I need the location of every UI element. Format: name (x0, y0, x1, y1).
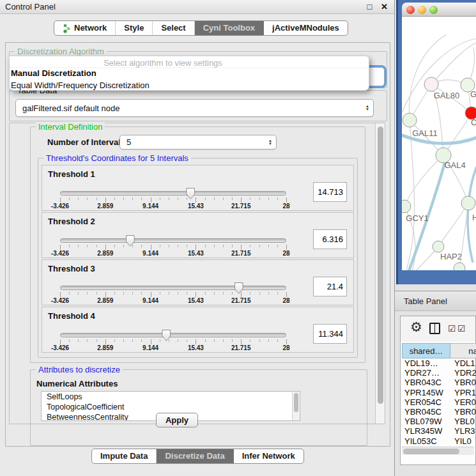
tick-mark (277, 197, 278, 200)
settings-scrollbar[interactable] (375, 123, 385, 424)
column-header-2[interactable]: na (450, 343, 476, 358)
tick-mark (205, 292, 206, 295)
table-data-combobox[interactable]: galFiltered.sif default node ▲▼ (15, 99, 374, 117)
table-cell: YER054C (402, 397, 450, 407)
num-intervals-combobox[interactable]: 5 ▲▼ (119, 135, 277, 150)
table-row[interactable]: YDL19…YDL1 (402, 358, 476, 368)
tick-mark (132, 197, 133, 200)
tab-discretize-data[interactable]: Discretize Data (157, 449, 233, 463)
tick-mark (178, 292, 178, 295)
network-node-gal80[interactable] (424, 77, 438, 91)
attribute-item-selfloops[interactable]: SelfLoops (42, 392, 300, 402)
tick-label: -3.426 (51, 250, 69, 257)
tick-mark (114, 339, 115, 342)
tick-mark (114, 245, 115, 247)
slider-track[interactable] (60, 191, 286, 196)
tab-network[interactable]: Network (54, 21, 116, 35)
network-node[interactable] (454, 263, 465, 270)
table-row[interactable]: YBL079WYBL0 (402, 417, 476, 426)
apply-button[interactable]: Apply (156, 413, 198, 427)
gear-icon[interactable]: ⚙ (410, 319, 422, 335)
tick-mark (205, 245, 206, 247)
dropdown-item-manual-discretization[interactable]: Manual Discretization (10, 67, 369, 79)
tick-mark (60, 197, 61, 203)
tick-mark (241, 339, 242, 344)
table-row[interactable]: YBR045CYBR0 (402, 407, 476, 417)
checkbox-icon[interactable]: ☑ (457, 323, 466, 334)
threshold-slider[interactable]: -3.4262.8599.14415.4321.71528 (60, 236, 286, 256)
threshold-label: Threshold 4 (48, 311, 95, 321)
tab-style[interactable]: Style (116, 21, 153, 35)
tick-mark (105, 292, 106, 297)
network-node-gcy1[interactable] (402, 200, 411, 213)
tick-mark (223, 339, 224, 342)
column-header-1[interactable]: shared… (402, 343, 450, 358)
threshold-value-field[interactable]: 14.713 (313, 182, 347, 202)
attribute-item-topologicalcoefficient[interactable]: TopologicalCoefficient (42, 402, 300, 412)
table-cell: YIL053C (402, 436, 450, 446)
tick-mark (96, 197, 97, 200)
group-title-thresholds: Threshold's Coordinates for 5 Intervals (43, 153, 191, 163)
tab-infer-network[interactable]: Infer Network (234, 449, 303, 463)
tick-mark (69, 245, 70, 247)
tab-select[interactable]: Select (153, 21, 194, 35)
attributes-group: Attributes to discretize Numerical Attri… (30, 369, 367, 446)
tick-mark (105, 245, 106, 250)
threshold-slider[interactable]: -3.4262.8599.14415.4321.71528 (60, 188, 286, 209)
threshold-value-field[interactable]: 11.344 (313, 324, 347, 344)
table-cell: YPR145W (402, 388, 450, 397)
table-row[interactable]: YBR043CYBR0 (402, 378, 476, 387)
zoom-traffic-light-icon[interactable] (429, 6, 438, 14)
tick-mark (160, 292, 160, 295)
tick-mark (196, 197, 196, 203)
table-cell: YBL079W (402, 417, 450, 426)
tick-mark (96, 245, 97, 247)
float-window-icon[interactable]: □ (367, 0, 372, 14)
tick-label: 15.43 (188, 203, 204, 210)
slider-track[interactable] (60, 238, 286, 243)
table-cell: YDR27… (402, 368, 450, 378)
slider-track[interactable] (60, 286, 286, 290)
threshold-slider[interactable]: -3.4262.8599.14415.4321.71528 (60, 283, 286, 303)
table-row[interactable]: YLR345WYLR3 (402, 426, 476, 436)
slider-track[interactable] (60, 333, 286, 337)
network-node-hap2[interactable] (433, 241, 444, 252)
table-cell: YDR2 (450, 368, 476, 378)
tick-mark (250, 292, 250, 295)
network-node-h[interactable] (461, 196, 475, 210)
tick-mark (169, 292, 169, 295)
tick-label: -3.426 (51, 203, 69, 210)
tick-mark (241, 292, 242, 297)
threshold-value-field[interactable]: 6.316 (313, 229, 347, 249)
tick-label: 21.715 (231, 344, 251, 351)
threshold-slider[interactable]: -3.4262.8599.14415.4321.71528 (60, 330, 286, 351)
network-node-gal11[interactable] (403, 113, 417, 127)
table-horizontal-scrollbar[interactable] (402, 447, 474, 455)
checkbox-icon[interactable]: ☑ (448, 323, 456, 334)
tab-impute-data[interactable]: Impute Data (92, 449, 157, 463)
table-row[interactable]: YIL053CYIL0 (402, 436, 476, 446)
tab-cyni-toolbox[interactable]: Cyni Toolbox (195, 21, 264, 35)
table-cell: YLR345W (402, 426, 450, 436)
minimize-traffic-light-icon[interactable] (418, 6, 426, 14)
algorithm-dropdown-popup: Select algorithm to view settings Manual… (9, 56, 369, 91)
tick-mark (60, 339, 61, 344)
dropdown-item-equal-width-frequency-discretization[interactable]: Equal Width/Frequency Discretization (10, 79, 369, 91)
tick-mark (178, 197, 178, 200)
tick-mark (114, 197, 115, 200)
combo-stepper-icon: ▲▼ (268, 139, 272, 146)
close-traffic-light-icon[interactable] (406, 6, 415, 14)
tab-jactivemnodules[interactable]: jActiveMNodules (264, 21, 348, 35)
tick-mark (141, 197, 142, 200)
tick-label: 9.144 (142, 344, 158, 351)
table-row[interactable]: YPR145WYPR1 (402, 388, 476, 397)
table-row[interactable]: YDR27…YDR2 (402, 368, 476, 378)
tick-mark (132, 245, 133, 247)
table-row[interactable]: YER054CYER0 (402, 397, 476, 407)
threshold-value-field[interactable]: 21.4 (313, 277, 347, 296)
network-canvas[interactable]: GAL80GACGAL11GAL4GCY1HHAP2 (402, 17, 476, 270)
columns-icon[interactable] (429, 323, 440, 334)
tick-mark (277, 292, 278, 295)
close-icon[interactable]: ✕ (381, 0, 388, 14)
list-scrollbar[interactable] (292, 392, 300, 420)
